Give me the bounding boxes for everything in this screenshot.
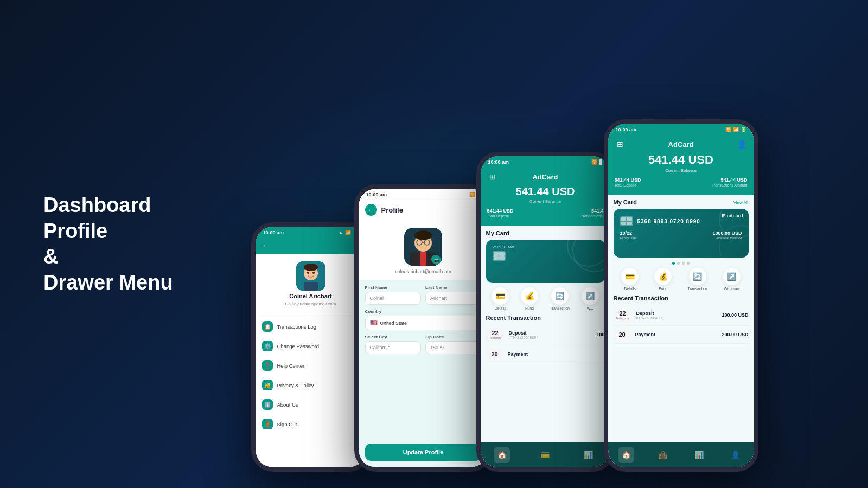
chip-cell-4-4 xyxy=(627,222,632,226)
fund-label-3: Fund xyxy=(525,306,534,310)
tx-date-1-3: 22 February xyxy=(486,328,505,342)
dot-2 xyxy=(677,262,680,265)
balance-amount-3: 541.44 USD xyxy=(487,185,604,198)
balance-label-4: Current Balance xyxy=(615,168,748,173)
us-flag: 🇺🇸 xyxy=(370,319,378,326)
status-time-2: 10:00 am xyxy=(366,192,387,197)
balance-label-3: Current Balance xyxy=(487,199,604,204)
profile-avatar-section: 📷 📷 colnelarichart@gmail.com xyxy=(359,220,488,280)
svg-point-4 xyxy=(307,272,309,274)
card-dots-4 xyxy=(614,262,749,265)
drawer-screen: 10:00 am ▲ 📶 🔋 ← xyxy=(256,227,366,467)
menu-item-about[interactable]: ℹ️ About Us xyxy=(256,395,366,414)
zip-label: Zip Code xyxy=(425,335,482,339)
withdraw-btn-4[interactable]: ↗️ Withdraw xyxy=(723,268,741,291)
tx-month-1-4: February xyxy=(616,317,629,320)
drawer-user-name: Colnel Arichart xyxy=(289,293,331,299)
card-chip-3 xyxy=(493,251,506,261)
withdraw-label-4: Withdraw xyxy=(724,287,739,291)
signal-icon: 📶 xyxy=(345,230,351,235)
details-btn-3[interactable]: 💳 Details xyxy=(492,287,509,310)
status-bar-3: 10:00 am 🛜 ▊ xyxy=(481,156,610,167)
profile-nav-4[interactable]: 👤 xyxy=(727,447,744,463)
details-btn-4[interactable]: 💳 Details xyxy=(621,268,639,291)
city-input[interactable]: California xyxy=(365,341,422,354)
update-btn-container: Update Profile xyxy=(359,439,488,467)
details-icon-4: 💳 xyxy=(621,268,639,285)
recent-tx-title-4: Recent Transaction xyxy=(614,295,668,301)
withdraw-btn-3[interactable]: ↗️ W... xyxy=(582,287,599,310)
card-number-4: 5368 9893 0720 8990 xyxy=(637,219,700,224)
page-container: Dashboard Profile & Drawer Menu 10:00 am… xyxy=(0,0,868,488)
country-input[interactable]: 🇺🇸 United State xyxy=(365,316,482,330)
battery-icon-4: 🔋 xyxy=(741,127,746,132)
tx-amount-2-4: 200.00 USD xyxy=(722,332,748,337)
menu-item-label-password: Change Password xyxy=(277,343,320,349)
menu-item-password[interactable]: ⚙️ Change Password xyxy=(256,336,366,356)
recent-tx-header-3: Recent Transaction xyxy=(486,314,605,321)
menu-item-privacy[interactable]: 🔐 Privacy & Policy xyxy=(256,375,366,395)
view-all-4[interactable]: View All xyxy=(733,200,749,205)
recent-tx-header-4: Recent Transaction xyxy=(614,295,749,301)
profile-icon-4[interactable]: 👤 xyxy=(736,139,747,150)
tx-info-2-3: Payment xyxy=(508,351,605,357)
menu-item-help[interactable]: ❓ Help Center xyxy=(256,356,366,375)
home-nav-3[interactable]: 🏠 xyxy=(494,447,510,463)
phone-dashboard-partial: 10:00 am 🛜 ▊ ⊞ AdCard 541.44 USD Current… xyxy=(476,152,615,472)
card-expiry-value-4: 10/22 xyxy=(620,230,637,236)
hero-text-section: Dashboard Profile & Drawer Menu xyxy=(43,192,173,296)
action-buttons-3: 💳 Details 💰 Fund 🔄 Transaction ↗️ xyxy=(486,287,605,310)
wifi-icon-3: 🛜 xyxy=(591,159,597,165)
dash-header-top-3: ⊞ AdCard xyxy=(487,171,604,182)
menu-list: 📋 Transactions Log ⚙️ Change Password ❓ … xyxy=(256,317,366,434)
action-buttons-4: 💳 Details 💰 Fund 🔄 Transaction ↗️ xyxy=(614,268,749,291)
menu-item-signout[interactable]: 🚪 Sign Out xyxy=(256,414,366,434)
city-label: Select City xyxy=(365,335,422,339)
back-button-2[interactable]: ← xyxy=(365,204,377,216)
status-time-4: 10:00 am xyxy=(616,127,637,132)
zip-input[interactable]: 18029 xyxy=(425,341,482,354)
menu-item-label-about: About Us xyxy=(277,402,298,408)
details-label-3: Details xyxy=(495,306,506,310)
back-arrow-1[interactable]: ← xyxy=(262,241,270,250)
chip-cell-4-1 xyxy=(621,217,627,221)
card-nav-4[interactable]: 👜 xyxy=(654,447,671,463)
home-nav-4[interactable]: 🏠 xyxy=(618,447,634,463)
fund-btn-3[interactable]: 💰 Fund xyxy=(521,287,538,310)
tx-ref-1-3: #TN-213564889 xyxy=(509,336,592,339)
transaction-icon-4: 🔄 xyxy=(689,268,706,285)
tx-nav-3[interactable]: 📊 xyxy=(580,447,597,463)
tx-nav-4[interactable]: 📊 xyxy=(691,447,707,463)
tx-info-2-4: Payment xyxy=(635,332,718,337)
tx-date-1-4: 22 February xyxy=(614,308,632,322)
tx-date-2-4: 20 xyxy=(614,329,631,340)
camera-badge[interactable]: 📷 xyxy=(432,256,441,265)
balance-row-3: 541.44 USD Total Deposit 541.4 Transacti… xyxy=(487,208,604,218)
menu-item-transactions[interactable]: 📋 Transactions Log xyxy=(256,317,366,336)
transaction-btn-4[interactable]: 🔄 Transaction xyxy=(687,268,707,291)
chip-cell-4-2 xyxy=(627,217,632,221)
bottom-nav-3: 🏠 💳 📊 xyxy=(481,442,610,467)
tx-amount-value-3: 541.4 xyxy=(581,208,604,214)
update-profile-button[interactable]: Update Profile xyxy=(365,444,482,461)
city-group: Select City California xyxy=(365,335,422,354)
tx-amount-1-4: 100.00 USD xyxy=(722,312,748,318)
grid-icon-4: ⊞ xyxy=(615,139,626,150)
profile-title: Profile xyxy=(381,206,403,214)
chip-cell-1 xyxy=(494,252,499,256)
last-name-input[interactable]: Arichart xyxy=(425,292,482,305)
first-name-input[interactable]: Colnel xyxy=(365,292,422,305)
signal-icon-4: 📶 xyxy=(733,127,739,132)
transaction-btn-3[interactable]: 🔄 Transaction xyxy=(550,287,570,310)
country-group: Country 🇺🇸 United State xyxy=(365,309,482,330)
dot-3 xyxy=(682,262,685,265)
last-name-label: Last Name xyxy=(425,285,482,290)
fund-btn-4[interactable]: 💰 Fund xyxy=(654,268,672,291)
phone-drawer-menu: 10:00 am ▲ 📶 🔋 ← xyxy=(251,222,371,472)
dot-active xyxy=(672,262,675,265)
card-nav-3[interactable]: 💳 xyxy=(537,447,553,463)
signout-icon: 🚪 xyxy=(262,419,273,429)
hero-line2: Profile xyxy=(43,220,107,242)
balance-amount-4: 541.44 USD xyxy=(615,153,748,167)
tx-amount-label-4: Transactions Amount xyxy=(712,183,748,187)
